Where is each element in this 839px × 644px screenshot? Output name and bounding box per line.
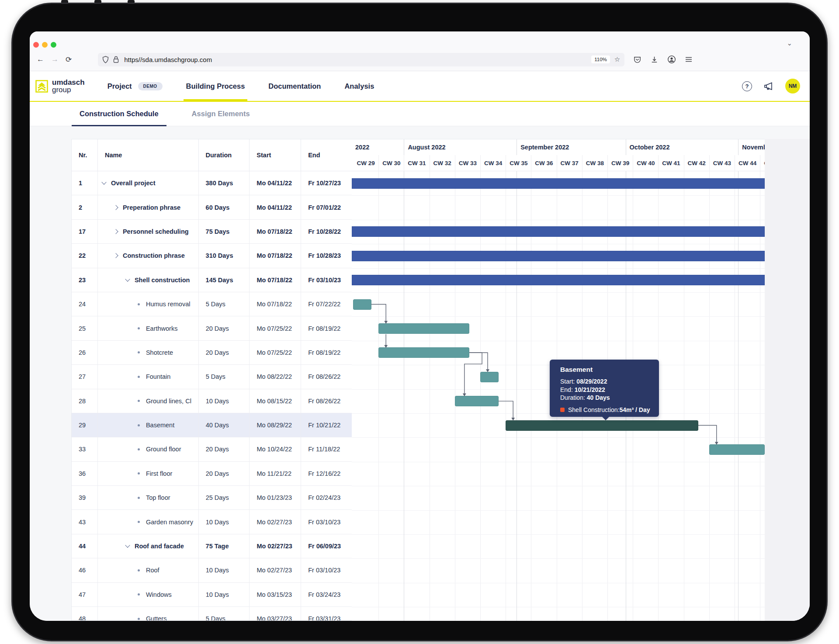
table-row-22[interactable]: 22Construction phrase310 DaysMo 07/18/22… bbox=[72, 244, 352, 268]
task-name: Ground floor bbox=[146, 446, 181, 453]
cell-start: Mo 02/27/23 bbox=[250, 510, 301, 533]
cell-name: Overall project bbox=[98, 171, 199, 195]
cell-start: Mo 02/27/23 bbox=[250, 534, 301, 558]
nav-item-project[interactable]: ProjectDEMO bbox=[107, 71, 163, 101]
pocket-icon[interactable] bbox=[633, 55, 641, 64]
table-row-26[interactable]: 26Shotcrete20 DaysMo 07/25/22Fr 08/19/22 bbox=[72, 341, 352, 365]
bullet-icon bbox=[138, 497, 140, 499]
cell-start: Mo 07/18/22 bbox=[250, 220, 301, 243]
table-row-28[interactable]: 28Ground lines, Cl10 DaysMo 08/15/22Fr 0… bbox=[72, 389, 352, 413]
cell-duration: 60 Days bbox=[199, 195, 250, 219]
task-name: Overall project bbox=[111, 180, 156, 187]
column-header-end[interactable]: End bbox=[301, 139, 352, 171]
bullet-icon bbox=[138, 569, 140, 571]
cell-nr: 28 bbox=[72, 389, 98, 413]
cell-nr: 33 bbox=[72, 437, 98, 461]
download-icon[interactable] bbox=[650, 55, 659, 64]
column-header-name[interactable]: Name bbox=[98, 139, 199, 171]
cell-nr: 47 bbox=[72, 583, 98, 606]
chevron-down-icon[interactable]: ⌄ bbox=[787, 39, 792, 47]
task-name: Construction phrase bbox=[123, 252, 185, 259]
help-icon[interactable]: ? bbox=[742, 81, 752, 91]
shield-icon[interactable] bbox=[102, 56, 109, 63]
chevron-right-icon[interactable] bbox=[113, 229, 118, 234]
table-row-36[interactable]: 36First floor20 DaysMo 11/21/22Fr 12/16/… bbox=[72, 462, 352, 486]
table-row-43[interactable]: 43Garden masonry10 DaysMo 02/27/23Fr 03/… bbox=[72, 510, 352, 534]
task-name: Fountain bbox=[146, 373, 170, 380]
page-zoom-badge[interactable]: 110% bbox=[591, 55, 610, 63]
task-name: Shotcrete bbox=[146, 349, 173, 356]
url-text[interactable]: https//sda.umdaschgroup.com bbox=[124, 56, 212, 63]
cell-nr: 22 bbox=[72, 244, 98, 267]
cell-start: Mo 07/18/22 bbox=[250, 268, 301, 292]
cell-end: Fr 07/01/22 bbox=[301, 195, 352, 219]
table-row-25[interactable]: 25Earthworks20 DaysMo 07/25/22Fr 08/19/2… bbox=[72, 316, 352, 340]
table-row-24[interactable]: 24Humus removal5 DaysMo 07/18/22Fr 07/22… bbox=[72, 292, 352, 316]
table-row-2[interactable]: 2Preperation phrase60 DaysMo 04/11/22Fr … bbox=[72, 195, 352, 219]
cell-nr: 29 bbox=[72, 413, 98, 437]
reload-icon[interactable]: ⟳ bbox=[66, 55, 72, 64]
table-row-44[interactable]: 44Roof and facade75 TageMo 02/27/23Fr 06… bbox=[72, 534, 352, 558]
avatar[interactable]: NM bbox=[785, 79, 800, 93]
close-window-button[interactable] bbox=[33, 42, 39, 48]
cell-duration: 10 Days bbox=[199, 389, 250, 413]
cell-duration: 40 Days bbox=[199, 413, 250, 437]
chevron-down-icon[interactable] bbox=[125, 543, 130, 547]
nav-item-analysis[interactable]: Analysis bbox=[344, 71, 374, 101]
back-icon[interactable]: ← bbox=[37, 55, 44, 64]
cell-start: Mo 01/23/23 bbox=[250, 486, 301, 509]
url-bar[interactable]: https//sda.umdaschgroup.com 110% ☆ bbox=[98, 53, 624, 66]
cell-end: Fr 08/19/22 bbox=[301, 341, 352, 364]
nav-item-building-process[interactable]: Building Process bbox=[186, 71, 245, 101]
tab-assign-elements[interactable]: Assign Elements bbox=[184, 102, 258, 126]
table-row-33[interactable]: 33Ground floor20 DaysMo 10/24/22Fr 11/18… bbox=[72, 437, 352, 461]
minimize-window-button[interactable] bbox=[42, 42, 48, 48]
table-row-39[interactable]: 39Top floor25 DaysMo 01/23/23Fr 02/24/23 bbox=[72, 486, 352, 510]
column-header-duration[interactable]: Duration bbox=[199, 139, 250, 171]
cell-nr: 25 bbox=[72, 316, 98, 340]
browser-chrome: ⌄ ← → ⟳ https//sda.umdaschgroup.com 110%… bbox=[30, 31, 810, 71]
window-controls bbox=[33, 42, 56, 48]
megaphone-icon[interactable] bbox=[763, 81, 774, 91]
bullet-icon bbox=[138, 618, 140, 620]
chevron-right-icon[interactable] bbox=[113, 205, 118, 210]
chevron-right-icon[interactable] bbox=[113, 253, 118, 258]
cell-end: Fr 03/10/23 bbox=[301, 510, 352, 533]
forward-icon[interactable]: → bbox=[51, 55, 59, 64]
column-header-start[interactable]: Start bbox=[250, 139, 301, 171]
column-header-nr[interactable]: Nr. bbox=[72, 139, 98, 171]
task-name: Humus removal bbox=[146, 301, 191, 308]
table-row-23[interactable]: 23Shell construction145 DaysMo 07/18/22F… bbox=[72, 268, 352, 292]
table-row-27[interactable]: 27Fountain5 DaysMo 08/22/22Fr 08/26/22 bbox=[72, 365, 352, 389]
table-row-17[interactable]: 17Personnel scheduling75 DaysMo 07/18/22… bbox=[72, 220, 352, 244]
table-row-29[interactable]: 29Basement40 DaysMo 08/29/22Fr 10/21/22 bbox=[72, 413, 352, 437]
menu-icon[interactable] bbox=[685, 55, 693, 63]
table-row-46[interactable]: 46Roof10 DaysMo 02/27/23Fr 03/10/23 bbox=[72, 558, 352, 582]
cell-name: Roof bbox=[98, 558, 199, 582]
nav-item-documentation[interactable]: Documentation bbox=[268, 71, 321, 101]
chevron-down-icon[interactable] bbox=[125, 277, 130, 281]
active-nav-underline bbox=[184, 99, 248, 101]
cell-start: Mo 08/22/22 bbox=[250, 365, 301, 388]
lock-icon[interactable] bbox=[113, 56, 119, 63]
task-name: Earthworks bbox=[146, 325, 178, 332]
chevron-down-icon[interactable] bbox=[101, 180, 106, 185]
cell-name: Humus removal bbox=[98, 292, 199, 316]
cell-nr: 46 bbox=[72, 558, 98, 582]
table-row-1[interactable]: 1Overall project380 DaysMo 04/11/22Fr 10… bbox=[72, 171, 352, 195]
table-row-48[interactable]: 48Gutters5 DaysMo 03/27/23Fr 03/31/23 bbox=[72, 607, 352, 621]
account-icon[interactable] bbox=[667, 55, 676, 64]
bookmark-star-icon[interactable]: ☆ bbox=[614, 55, 620, 63]
demo-badge: DEMO bbox=[138, 82, 163, 90]
task-name: Preperation phrase bbox=[123, 204, 180, 211]
maximize-window-button[interactable] bbox=[51, 42, 56, 48]
tab-construction-schedule[interactable]: Construction Schedule bbox=[72, 102, 166, 126]
cell-start: Mo 02/27/23 bbox=[250, 558, 301, 582]
cell-end: Fr 10/28/22 bbox=[301, 220, 352, 243]
cell-name: Preperation phrase bbox=[98, 195, 199, 219]
table-row-47[interactable]: 47Windows10 DaysMo 03/15/23Fr 03/24/23 bbox=[72, 583, 352, 607]
cell-start: Mo 04/11/22 bbox=[250, 171, 301, 195]
cell-start: Mo 10/24/22 bbox=[250, 437, 301, 461]
cell-end: Fr 03/10/23 bbox=[301, 558, 352, 582]
task-name: Shell construction bbox=[135, 277, 190, 284]
